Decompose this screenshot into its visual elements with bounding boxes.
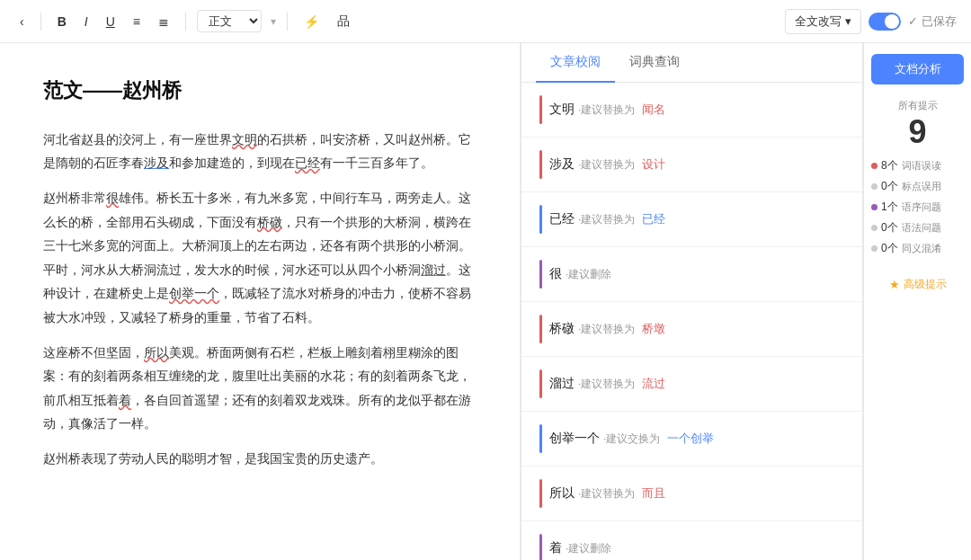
advanced-button[interactable]: ★ 高级提示 — [889, 277, 947, 292]
paragraph-1: 河北省赵县的洨河上，有一座世界文明的石拱桥，叫安济桥，又叫赵州桥。它是隋朝的石匠… — [43, 128, 477, 175]
correction-bar — [539, 479, 542, 508]
rewrite-label: 全文改写 — [795, 13, 842, 30]
correction-word: 很 — [549, 266, 562, 280]
correction-item[interactable]: 很·建议删除 — [521, 247, 862, 302]
correction-content: 溜过·建议替换为 流过 — [549, 376, 844, 392]
analytics-dot — [871, 225, 877, 231]
paragraph-3: 这座桥不但坚固，所以美观。桥面两侧有石栏，栏板上雕刻着栩里糊涂的图案：有的刻着两… — [43, 341, 477, 436]
analytics-item-count: 0个 — [881, 220, 898, 236]
correction-suggest: 流过 — [638, 377, 665, 390]
analytics-item-count: 0个 — [881, 241, 898, 256]
divider-1 — [40, 13, 41, 31]
correction-qiaodun: 桥礅 — [257, 215, 282, 229]
correction-label: ·建议替换为 — [578, 487, 635, 500]
format-select[interactable]: 正文 标题1 标题2 — [197, 10, 262, 32]
correction-yijing: 已经 — [295, 156, 320, 170]
correction-suggest: 已经 — [638, 212, 665, 226]
correction-label: ·建议替换为 — [578, 158, 635, 171]
correction-item[interactable]: 涉及·建议替换为 设计 — [521, 138, 862, 192]
correction-word: 着 — [549, 540, 562, 555]
back-button[interactable]: ‹ — [14, 11, 30, 32]
correction-liuguo: 溜过 — [421, 262, 446, 277]
analytics-item: 8个词语误读 — [871, 156, 964, 176]
correction-bar — [539, 260, 542, 289]
panel-tabs: 文章校阅 词典查询 — [521, 43, 862, 83]
analytics-item-count: 8个 — [881, 158, 898, 173]
italic-button[interactable]: I — [79, 11, 94, 32]
correction-item[interactable]: 桥礅·建议替换为 桥墩 — [521, 302, 862, 357]
format-arrow: ▾ — [271, 15, 276, 28]
correction-label: ·建议交换为 — [603, 432, 660, 445]
analytics-item: 1个语序问题 — [871, 197, 964, 218]
correction-word: 创举一个 — [549, 431, 600, 445]
correction-content: 创举一个·建议交换为 一个创举 — [549, 431, 844, 447]
correction-label: ·建议替换为 — [578, 213, 635, 226]
layout-button[interactable]: 品 — [332, 10, 355, 33]
correction-zhe: 着 — [119, 393, 131, 407]
correction-item[interactable]: 溜过·建议替换为 流过 — [521, 357, 862, 412]
correction-bar — [539, 95, 542, 124]
divider-2 — [185, 13, 186, 31]
correction-content: 文明·建议替换为 闻名 — [549, 102, 844, 118]
correction-label: ·建议删除 — [566, 542, 611, 555]
analytics-item-label: 同义混淆 — [902, 242, 941, 255]
paragraph-2: 赵州桥非常很雄伟。桥长五十多米，有九米多宽，中间行车马，两旁走人。这么长的桥，全… — [43, 186, 477, 330]
all-hints-label: 所有提示 — [898, 99, 938, 112]
correction-content: 涉及·建议替换为 设计 — [549, 156, 844, 173]
correction-word: 所以 — [549, 485, 575, 500]
advanced-label: 高级提示 — [904, 277, 947, 292]
correction-label: ·建议替换为 — [578, 323, 635, 335]
correction-label: ·建议替换为 — [578, 378, 635, 390]
correction-sheji: 涉及 — [144, 156, 169, 170]
toggle-wrap — [869, 13, 901, 31]
correction-item[interactable]: 创举一个·建议交换为 一个创举 — [521, 412, 862, 467]
correction-panel: 文章校阅 词典查询 文明·建议替换为 闻名涉及·建议替换为 设计已经·建议替换为… — [521, 43, 862, 560]
correction-suoyi: 所以 — [144, 345, 169, 360]
list2-button[interactable]: ≣ — [153, 11, 174, 32]
correction-bar — [539, 315, 542, 343]
correction-content: 很·建议删除 — [549, 266, 844, 282]
bold-button[interactable]: B — [52, 11, 72, 32]
correction-suggest: 闻名 — [638, 102, 665, 116]
divider-3 — [287, 13, 288, 31]
correction-suggest: 一个创举 — [664, 431, 714, 445]
analytics-items: 8个词语误读0个标点误用1个语序问题0个语法问题0个同义混淆 — [871, 156, 964, 259]
correction-list: 文明·建议替换为 闻名涉及·建议替换为 设计已经·建议替换为 已经很·建议删除桥… — [521, 83, 862, 560]
correction-word: 涉及 — [549, 156, 575, 171]
lightning-button[interactable]: ⚡ — [298, 11, 325, 32]
analytics-item-label: 语法问题 — [902, 221, 941, 235]
editor-body[interactable]: 河北省赵县的洨河上，有一座世界文明的石拱桥，叫安济桥，又叫赵州桥。它是隋朝的石匠… — [43, 128, 477, 471]
correction-label: ·建议删除 — [566, 268, 611, 280]
correction-item[interactable]: 所以·建议替换为 而且 — [521, 467, 862, 521]
analytics-item: 0个标点误用 — [871, 176, 964, 197]
correction-suggest: 而且 — [638, 486, 665, 500]
analytics-dot — [871, 183, 877, 190]
correction-content: 已经·建议替换为 已经 — [549, 211, 844, 227]
correction-word: 溜过 — [549, 376, 575, 390]
correction-word: 文明 — [549, 102, 575, 116]
correction-word: 桥礅 — [549, 321, 575, 335]
rewrite-button[interactable]: 全文改写 ▾ — [785, 9, 861, 34]
tab-article-review[interactable]: 文章校阅 — [536, 43, 615, 83]
underline-button[interactable]: U — [101, 11, 120, 32]
toggle-switch[interactable] — [869, 13, 901, 31]
analytics-item-count: 0个 — [881, 179, 898, 194]
correction-bar — [539, 150, 542, 179]
analytics-panel: 文档分析 所有提示 9 8个词语误读0个标点误用1个语序问题0个语法问题0个同义… — [863, 43, 971, 560]
analytics-item-count: 1个 — [881, 200, 898, 215]
correction-item[interactable]: 已经·建议替换为 已经 — [521, 192, 862, 247]
correction-chuangju: 创举一个 — [169, 286, 219, 300]
total-count: 9 — [908, 116, 926, 148]
tab-word-lookup[interactable]: 词典查询 — [615, 43, 694, 83]
editor-area[interactable]: 范文——赵州桥 河北省赵县的洨河上，有一座世界文明的石拱桥，叫安济桥，又叫赵州桥… — [0, 43, 520, 560]
correction-item[interactable]: 文明·建议替换为 闻名 — [521, 83, 862, 138]
main-area: 范文——赵州桥 河北省赵县的洨河上，有一座世界文明的石拱桥，叫安济桥，又叫赵州桥… — [0, 43, 971, 560]
analytics-dot — [871, 245, 877, 252]
analytics-item: 0个语法问题 — [871, 218, 964, 238]
rewrite-arrow: ▾ — [845, 14, 851, 28]
analytics-button[interactable]: 文档分析 — [871, 54, 964, 84]
correction-item[interactable]: 着·建议删除 — [521, 521, 862, 560]
document-title: 范文——赵州桥 — [43, 72, 477, 110]
correction-content: 桥礅·建议替换为 桥墩 — [549, 321, 844, 337]
list1-button[interactable]: ≡ — [128, 11, 146, 32]
